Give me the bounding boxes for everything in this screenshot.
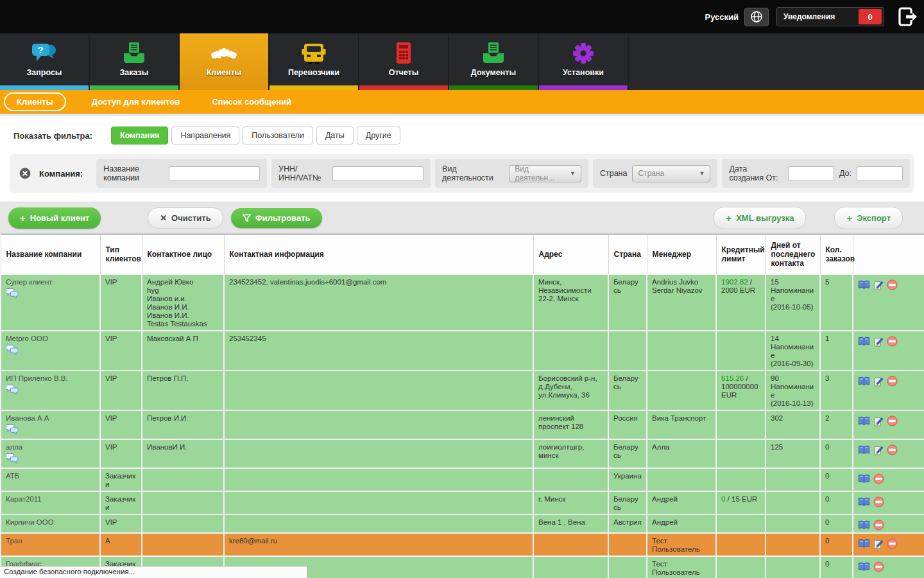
- cell-manager: [647, 468, 716, 491]
- show-filters-label: Показать фильтра:: [10, 131, 111, 141]
- company-name[interactable]: Кирпичи ООО: [6, 518, 95, 527]
- filter-tab-company[interactable]: Компания: [111, 127, 168, 144]
- subnav-item-dostup[interactable]: Доступ для клиентов: [85, 94, 187, 110]
- filter-tab-dates[interactable]: Даты: [316, 127, 354, 144]
- book-icon[interactable]: [858, 539, 870, 548]
- cell-country: Беларусь: [608, 491, 647, 514]
- nav-tab-zakazy[interactable]: Заказы: [90, 33, 180, 90]
- collapse-filter-icon[interactable]: [19, 168, 31, 179]
- cell-orders: 0: [820, 514, 853, 533]
- cell-type: VIP: [100, 331, 142, 371]
- vat-input[interactable]: [332, 166, 424, 181]
- book-icon[interactable]: [858, 376, 870, 386]
- book-icon[interactable]: [858, 474, 870, 484]
- book-icon[interactable]: [858, 416, 870, 426]
- activity-select[interactable]: Вид деятельн... ▼: [509, 165, 581, 182]
- new-client-button[interactable]: + Новый клиент: [8, 207, 101, 229]
- filter-tab-other[interactable]: Другие: [357, 127, 400, 144]
- company-filter-label: Компания:: [39, 169, 83, 179]
- company-name[interactable]: Карат2011: [6, 495, 95, 504]
- subnav-item-klienty[interactable]: Клиенты: [4, 92, 66, 111]
- language-switcher[interactable]: Русский: [705, 8, 769, 26]
- filter-button[interactable]: Фильтровать: [231, 208, 322, 228]
- cell-manager: Андрей: [647, 491, 716, 514]
- col-credit: Кредитный лимит: [716, 234, 766, 274]
- chat-bubbles-icon[interactable]: [6, 288, 19, 301]
- cell-country: Украина: [608, 468, 647, 491]
- nav-tab-perevozchiki[interactable]: Перевозчики: [270, 33, 359, 90]
- edit-icon[interactable]: [873, 337, 884, 347]
- country-label: Страна: [600, 169, 628, 178]
- cell-actions: [853, 410, 924, 439]
- book-icon[interactable]: [858, 562, 870, 572]
- nav-tab-zaprosy[interactable]: ? Запросы: [0, 33, 90, 90]
- nav-tab-dokumenty[interactable]: Документы: [449, 33, 539, 90]
- cell-days: [766, 556, 820, 578]
- chat-bubbles-icon[interactable]: [6, 424, 19, 437]
- globe-icon[interactable]: [744, 8, 769, 26]
- nav-tab-ustanovki[interactable]: Установки: [539, 33, 629, 90]
- remove-icon[interactable]: [887, 376, 898, 387]
- chat-bubbles-icon[interactable]: [6, 384, 19, 397]
- book-icon[interactable]: [858, 520, 870, 530]
- cell-type: VIP: [100, 274, 142, 331]
- book-icon[interactable]: [858, 445, 870, 455]
- book-icon[interactable]: [858, 497, 870, 507]
- date-to-input[interactable]: [857, 166, 903, 181]
- country-select[interactable]: Страна ▼: [632, 165, 710, 182]
- edit-icon[interactable]: [873, 445, 884, 455]
- chat-bubbles-icon[interactable]: [6, 453, 19, 466]
- remove-icon[interactable]: [887, 538, 898, 549]
- remove-icon[interactable]: [887, 416, 898, 426]
- company-name[interactable]: АТБ: [6, 472, 95, 480]
- edit-icon[interactable]: [873, 280, 884, 290]
- remove-icon[interactable]: [873, 561, 884, 572]
- remove-icon[interactable]: [887, 336, 898, 347]
- remove-icon[interactable]: [873, 496, 884, 507]
- company-name[interactable]: Супер клиент: [6, 278, 95, 286]
- remove-icon[interactable]: [873, 520, 884, 530]
- chevron-down-icon: ▼: [699, 170, 705, 177]
- cell-contact: [142, 514, 224, 533]
- cell-manager: Алла: [647, 439, 716, 468]
- inbox-document-icon: [481, 40, 506, 65]
- company-name[interactable]: ИП Прилепко В.В.: [6, 374, 95, 383]
- edit-icon[interactable]: [873, 376, 884, 387]
- export-button[interactable]: + Экспорт: [834, 207, 903, 229]
- xml-export-button[interactable]: + XML выгрузка: [714, 207, 806, 229]
- cell-orders: 0: [820, 533, 853, 556]
- cell-orders: 3: [820, 371, 853, 410]
- book-icon[interactable]: [858, 280, 870, 290]
- table-header-row: Название компании Тип клиентов Контактно…: [1, 234, 924, 274]
- clear-button[interactable]: ✕ Очистить: [148, 207, 223, 229]
- chat-bubbles-icon[interactable]: [6, 344, 19, 357]
- remove-icon[interactable]: [873, 473, 884, 484]
- company-name[interactable]: Иванова А А: [6, 414, 95, 423]
- edit-icon[interactable]: [873, 539, 884, 549]
- date-from-input[interactable]: [788, 166, 834, 181]
- cell-orders: 0: [820, 439, 853, 468]
- cell-actions: [853, 468, 924, 491]
- book-icon[interactable]: [858, 337, 870, 346]
- company-name[interactable]: алла: [6, 443, 95, 451]
- nav-tab-klienty[interactable]: Клиенты: [180, 33, 270, 90]
- table-row: АТБЗаказчикиУкраина0: [1, 468, 924, 491]
- nav-tab-otchety[interactable]: Отчеты: [359, 33, 449, 90]
- subnav-item-soobshcheniya[interactable]: Список сообщений: [205, 94, 298, 110]
- date-from-label: Дата создания От:: [729, 164, 782, 182]
- cell-type: Заказчики: [100, 491, 142, 514]
- remove-icon[interactable]: [887, 279, 898, 290]
- notifications-button[interactable]: Уведомления 0: [776, 7, 884, 26]
- logout-icon[interactable]: [897, 6, 918, 27]
- cell-credit: 615.26 / 100000000 EUR: [716, 371, 766, 410]
- calculator-icon: [394, 40, 413, 65]
- remove-icon[interactable]: [887, 444, 898, 455]
- filter-tab-directions[interactable]: Направления: [171, 127, 239, 144]
- cell-credit: [716, 468, 766, 491]
- company-name[interactable]: Metpro ООО: [6, 335, 95, 343]
- close-icon: ✕: [160, 213, 167, 223]
- company-name[interactable]: Тран: [6, 537, 95, 545]
- company-name-input[interactable]: [169, 166, 260, 181]
- edit-icon[interactable]: [873, 416, 884, 426]
- filter-tab-users[interactable]: Пользователи: [243, 127, 313, 144]
